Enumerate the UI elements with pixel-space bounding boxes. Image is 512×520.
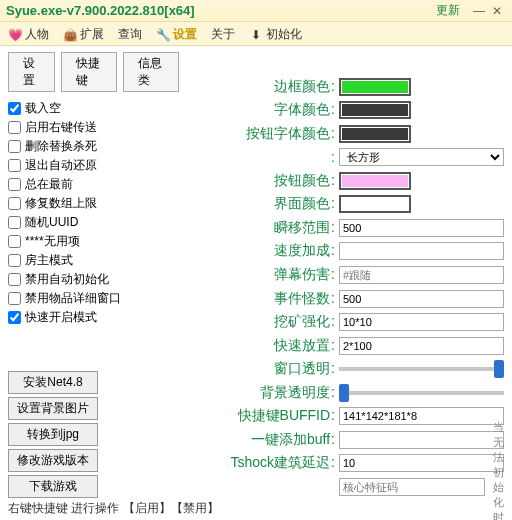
checkbox-row[interactable]: 载入空 [8,100,179,117]
checkbox-label: ****无用项 [25,233,80,250]
checkbox-row[interactable]: 删除替换杀死 [8,138,179,155]
checkbox-label: 禁用物品详细窗口 [25,290,121,307]
checkbox-row[interactable]: 退出自动还原 [8,157,179,174]
tp-range-input[interactable] [339,219,504,237]
font-color-label: 字体颜色 [185,101,335,119]
buffid-label: 快捷键BUFFID [185,407,335,425]
checkbox-label: 启用右键传送 [25,119,97,136]
footer-hint: 右键快捷键 进行操作 【启用】【禁用】 [0,498,512,518]
checkbox-row[interactable]: 禁用自动初始化 [8,271,179,288]
subtab-info[interactable]: 信息类 [123,52,179,92]
tab-initialize[interactable]: ⬇初始化 [249,26,302,43]
onekey-buff-label: 一键添加buff [185,431,335,449]
tp-range-label: 瞬移范围 [185,219,335,237]
window-title: Syue.exe-v7.900.2022.810[x64] [6,3,436,18]
tshock-delay-label: Tshock建筑延迟 [185,454,335,472]
modify-version-button[interactable]: 修改游戏版本 [8,449,98,472]
checkbox-row[interactable]: 随机UUID [8,214,179,231]
btn-font-color-label: 按钮字体颜色 [185,125,335,143]
bullet-dmg-input[interactable] [339,266,504,284]
checkbox-row[interactable]: 总在最前 [8,176,179,193]
checkbox-label: 退出自动还原 [25,157,97,174]
checkbox[interactable] [8,254,21,267]
checkbox[interactable] [8,216,21,229]
speed-bonus-label: 速度加成 [185,242,335,260]
buffid-input[interactable] [339,407,504,425]
minimize-button[interactable]: — [470,4,488,18]
checkbox[interactable] [8,235,21,248]
tab-query[interactable]: 查询 [118,26,142,43]
close-button[interactable]: ✕ [488,4,506,18]
font-color-swatch[interactable] [339,101,411,119]
btn-color-label: 按钮颜色 [185,172,335,190]
checkbox-label: 修复数组上限 [25,195,97,212]
set-bg-button[interactable]: 设置背景图片 [8,397,98,420]
tshock-delay-input[interactable] [339,454,504,472]
ui-color-label: 界面颜色 [185,195,335,213]
download-icon: ⬇ [249,28,263,42]
tab-settings[interactable]: 🔧设置 [156,26,197,43]
convert-jpg-button[interactable]: 转换到jpg [8,423,98,446]
checkbox-row[interactable]: 启用右键传送 [8,119,179,136]
checkbox-label: 总在最前 [25,176,73,193]
mining-label: 挖矿强化 [185,313,335,331]
checkbox[interactable] [8,102,21,115]
checkbox-row[interactable]: 房主模式 [8,252,179,269]
gear-icon: 🔧 [156,28,170,42]
checkbox[interactable] [8,311,21,324]
checkbox[interactable] [8,292,21,305]
checkbox-label: 载入空 [25,100,61,117]
checkbox-label: 房主模式 [25,252,73,269]
fast-place-label: 快速放置 [185,337,335,355]
bag-icon: 👜 [63,28,77,42]
window-opacity-label: 窗口透明 [185,360,335,378]
core-sig-input[interactable] [339,478,485,496]
core-sig-hint: 当无法初始化时使用 [493,420,504,520]
mining-input[interactable] [339,313,504,331]
download-game-button[interactable]: 下载游戏 [8,475,98,498]
install-net-button[interactable]: 安装Net4.8 [8,371,98,394]
ui-color-swatch[interactable] [339,195,411,213]
checkbox[interactable] [8,159,21,172]
bg-opacity-label: 背景透明度 [185,384,335,402]
tab-extension[interactable]: 👜扩展 [63,26,104,43]
checkbox[interactable] [8,121,21,134]
bullet-dmg-label: 弹幕伤害 [185,266,335,284]
btn-color-swatch[interactable] [339,172,411,190]
border-color-label: 边框颜色 [185,78,335,96]
checkbox-label: 随机UUID [25,214,78,231]
checkbox[interactable] [8,140,21,153]
event-mobs-input[interactable] [339,290,504,308]
speed-bonus-input[interactable] [339,242,504,260]
update-link[interactable]: 更新 [436,2,460,19]
subtab-settings[interactable]: 设置 [8,52,55,92]
shape-select[interactable]: 长方形 [339,148,504,166]
fast-place-input[interactable] [339,337,504,355]
tab-about[interactable]: 关于 [211,26,235,43]
btn-font-color-swatch[interactable] [339,125,411,143]
checkbox-row[interactable]: 修复数组上限 [8,195,179,212]
checkbox[interactable] [8,178,21,191]
checkbox-row[interactable]: 禁用物品详细窗口 [8,290,179,307]
heart-icon: 💗 [8,28,22,42]
checkbox-label: 禁用自动初始化 [25,271,109,288]
checkbox[interactable] [8,197,21,210]
checkbox-label: 删除替换杀死 [25,138,97,155]
onekey-buff-input[interactable] [339,431,504,449]
checkbox-row[interactable]: ****无用项 [8,233,179,250]
checkbox-label: 快速开启模式 [25,309,97,326]
tab-character[interactable]: 💗人物 [8,26,49,43]
window-opacity-slider[interactable] [339,360,504,378]
subtab-hotkeys[interactable]: 快捷键 [61,52,117,92]
bg-opacity-slider[interactable] [339,384,504,402]
checkbox[interactable] [8,273,21,286]
event-mobs-label: 事件怪数 [185,290,335,308]
border-color-swatch[interactable] [339,78,411,96]
checkbox-row[interactable]: 快速开启模式 [8,309,179,326]
